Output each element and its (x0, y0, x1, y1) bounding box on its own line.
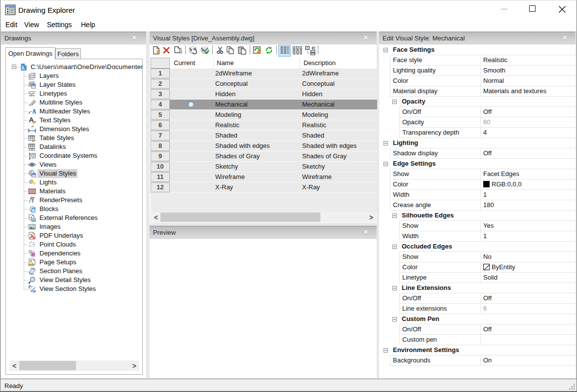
svg-text:PDF: PDF (33, 236, 36, 239)
